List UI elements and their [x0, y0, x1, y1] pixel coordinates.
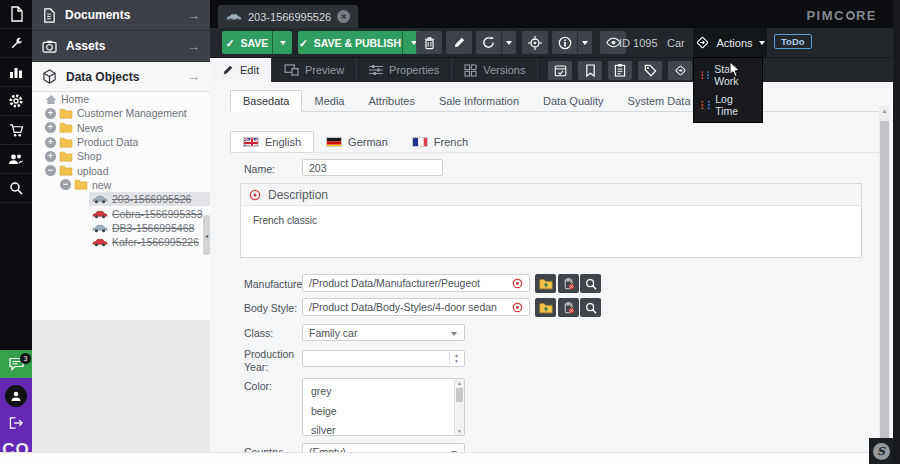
tree-item-customer-management[interactable]: + Customer Management: [32, 106, 210, 120]
body-style-open-button[interactable]: [535, 298, 556, 317]
save-dropdown-button[interactable]: [272, 31, 292, 54]
color-option-beige[interactable]: beige: [303, 402, 464, 422]
users-nav-button[interactable]: [0, 145, 32, 174]
tab-system-data[interactable]: System Data: [616, 91, 703, 111]
save-button[interactable]: ✓ SAVE: [222, 31, 272, 54]
tab-preview[interactable]: Preview: [272, 58, 357, 82]
panel-arrow-icon[interactable]: →: [187, 39, 200, 54]
workflow-button[interactable]: [668, 61, 692, 80]
production-year-spinner[interactable]: ▲ ▼: [302, 350, 465, 367]
chat-button[interactable]: 3: [0, 350, 32, 378]
collapse-minus-icon[interactable]: −: [60, 179, 71, 190]
rename-button[interactable]: [446, 31, 472, 54]
menu-item-log-time[interactable]: Log Time: [694, 90, 762, 120]
tree-item-new[interactable]: − new: [32, 178, 210, 192]
lang-tab-german[interactable]: German: [314, 132, 400, 152]
body-style-input[interactable]: /Product Data/Body-Styles/4-door sedan: [302, 298, 530, 316]
spin-down-icon[interactable]: ▼: [454, 359, 459, 364]
body-style-remove-button[interactable]: [558, 298, 579, 317]
tab-media[interactable]: Media: [302, 91, 356, 111]
color-list-scrollbar[interactable]: ▲ ▼: [454, 379, 464, 435]
close-icon[interactable]: ✕: [337, 10, 350, 23]
info-dropdown-button[interactable]: [577, 31, 592, 54]
name-input[interactable]: 203: [302, 159, 443, 176]
tag-button[interactable]: [638, 61, 662, 80]
description-editor[interactable]: French classic: [241, 206, 861, 235]
color-option-grey[interactable]: grey: [303, 382, 464, 402]
scrollbar-thumb[interactable]: [880, 121, 889, 439]
chevron-down-icon: [506, 41, 512, 45]
check-icon: ✓: [299, 37, 308, 49]
tab-sale-information[interactable]: Sale Information: [427, 91, 531, 111]
scroll-up-icon[interactable]: ▲: [879, 106, 890, 116]
tree-item-203[interactable]: 203-1566995526: [32, 192, 210, 206]
documents-nav-button[interactable]: [0, 0, 32, 29]
tools-nav-button[interactable]: [0, 29, 32, 58]
tab-attributes[interactable]: Attributes: [356, 91, 426, 111]
debug-toolbar-toggle[interactable]: S: [869, 438, 893, 464]
search-nav-button[interactable]: [0, 174, 32, 203]
tree-item-upload[interactable]: − upload: [32, 163, 210, 177]
manufacturer-input[interactable]: /Product Data/Manufacturer/Peugeot: [302, 274, 530, 292]
color-multiselect[interactable]: grey beige silver ▲ ▼: [302, 378, 465, 436]
assets-panel-label: Assets: [66, 39, 187, 53]
save-publish-button[interactable]: ✓ SAVE & PUBLISH: [298, 31, 402, 54]
panel-collapse-handle[interactable]: ◂: [203, 215, 210, 255]
tree-item-cobra[interactable]: Cobra-1566995353: [32, 206, 210, 220]
reports-nav-button[interactable]: [0, 58, 32, 87]
spinner-buttons[interactable]: ▲ ▼: [449, 352, 463, 365]
scrollbar-thumb[interactable]: [456, 388, 463, 402]
schedule-button[interactable]: [548, 61, 572, 80]
ecommerce-nav-button[interactable]: [0, 116, 32, 145]
scroll-down-icon[interactable]: ▼: [455, 427, 464, 435]
color-option-silver[interactable]: silver: [303, 421, 464, 436]
tree-item-shop[interactable]: + Shop: [32, 149, 210, 163]
manufacturer-search-button[interactable]: [580, 274, 601, 293]
country-select[interactable]: (Empty): [302, 443, 465, 452]
tab-edit[interactable]: Edit: [210, 58, 272, 82]
expand-plus-icon[interactable]: +: [45, 122, 56, 133]
avatar[interactable]: [5, 385, 27, 407]
panel-arrow-icon[interactable]: →: [187, 8, 200, 23]
reload-button[interactable]: [476, 31, 501, 54]
manufacturer-remove-button[interactable]: [558, 274, 579, 293]
panel-arrow-icon[interactable]: →: [187, 69, 200, 84]
manufacturer-open-button[interactable]: [535, 274, 556, 293]
spin-up-icon[interactable]: ▲: [454, 353, 459, 358]
notes-events-button[interactable]: [608, 61, 632, 80]
info-button[interactable]: [552, 31, 577, 54]
body-style-search-button[interactable]: [580, 298, 601, 317]
documents-panel-header[interactable]: Documents →: [32, 0, 210, 31]
collapse-minus-icon[interactable]: −: [45, 165, 56, 176]
expand-plus-icon[interactable]: +: [45, 108, 56, 119]
actions-button[interactable]: Actions: [693, 28, 767, 57]
tree-item-home[interactable]: Home: [32, 92, 210, 106]
tab-data-quality[interactable]: Data Quality: [531, 91, 616, 111]
object-tab[interactable]: 203-1566995526 ✕: [218, 5, 358, 28]
content-scrollbar[interactable]: ▲: [879, 106, 890, 449]
menu-item-start-work[interactable]: Start Work: [694, 60, 762, 90]
tree-item-kafer[interactable]: Kafer-1566995226: [32, 235, 210, 249]
tab-basedata[interactable]: Basedata: [230, 90, 302, 112]
tree-item-product-data[interactable]: + Product Data: [32, 135, 210, 149]
class-select[interactable]: Family car: [302, 324, 465, 341]
expand-plus-icon[interactable]: +: [45, 137, 56, 148]
settings-nav-button[interactable]: [0, 87, 32, 116]
reload-dropdown-button[interactable]: [501, 31, 516, 54]
french-flag-icon: [412, 137, 428, 147]
data-objects-panel-header[interactable]: Data Objects →: [32, 62, 210, 92]
lang-tab-english[interactable]: English: [230, 131, 314, 153]
delete-button[interactable]: [416, 31, 442, 54]
tree-item-db3[interactable]: DB3-1566995468: [32, 221, 210, 235]
assets-panel-header[interactable]: Assets →: [32, 31, 210, 62]
lang-tab-french[interactable]: French: [400, 132, 480, 152]
tab-properties[interactable]: Properties: [357, 58, 452, 82]
locate-in-tree-button[interactable]: [522, 31, 548, 54]
expand-plus-icon[interactable]: +: [45, 151, 56, 162]
logout-button[interactable]: [9, 416, 24, 434]
scroll-up-icon[interactable]: ▲: [455, 379, 464, 387]
home-icon: [45, 94, 57, 105]
tab-versions[interactable]: Versions: [452, 58, 538, 82]
bookmark-button[interactable]: [578, 61, 602, 80]
tree-item-news[interactable]: + News: [32, 121, 210, 135]
